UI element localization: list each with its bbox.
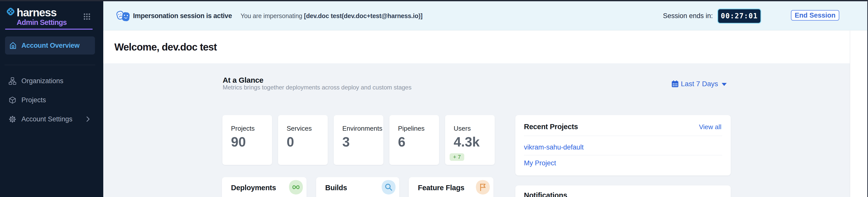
stat-delta-badge: + 7 — [450, 153, 464, 161]
stat-card-projects[interactable]: Projects 90 — [222, 115, 272, 165]
window-top-edge — [0, 0, 868, 1]
stat-value: 3 — [342, 134, 350, 150]
stat-card-environments[interactable]: Environments 3 — [334, 115, 383, 165]
stat-label: Pipelines — [398, 125, 425, 132]
stat-label: Environments — [342, 125, 382, 132]
stat-label: Projects — [231, 125, 255, 132]
view-all-link[interactable]: View all — [699, 123, 721, 131]
page: harness Admin Settings Account Overview — [0, 0, 868, 197]
stat-value: 4.3k — [454, 134, 479, 150]
welcome-band: Welcome, dev.doc test — [103, 31, 850, 63]
module-grid-icon[interactable] — [83, 13, 90, 20]
page-title: Welcome, dev.doc test — [114, 31, 217, 63]
date-range-label: Last 7 Days — [681, 79, 718, 88]
gear-icon — [8, 115, 17, 123]
stat-card-pipelines[interactable]: Pipelines 6 — [390, 115, 439, 165]
sidebar-item-label: Account Overview — [22, 36, 80, 54]
date-range-picker[interactable]: Last 7 Days — [671, 79, 729, 88]
glance-subtitle: Metrics brings together deployments acro… — [223, 84, 411, 91]
stat-card-services[interactable]: Services 0 — [278, 115, 328, 165]
brand-name: harness — [17, 6, 56, 19]
deployments-icon — [287, 178, 305, 197]
banner-impersonated-user: [dev.doc test(dev.doc+test@harness.io)] — [304, 12, 423, 19]
sidebar-subtitle: Admin Settings — [17, 18, 67, 27]
home-icon — [9, 41, 17, 50]
builds-icon — [380, 178, 398, 197]
banner-subtitle-prefix: You are impersonating — [241, 12, 304, 19]
project-link[interactable]: My Project — [524, 159, 556, 167]
session-timer: 00:27:01 — [717, 8, 761, 24]
stat-value: 0 — [287, 134, 294, 150]
organizations-icon — [8, 77, 17, 85]
module-card-feature-flags[interactable]: Feature Flags — [409, 177, 493, 197]
sidebar-item-account-settings[interactable]: Account Settings — [0, 113, 103, 125]
session-ends-label: Session ends in: — [632, 1, 713, 30]
stat-label: Users — [454, 125, 471, 132]
stat-label: Services — [287, 125, 312, 132]
chevron-right-icon — [85, 116, 91, 122]
module-label: Feature Flags — [418, 184, 464, 192]
module-card-deployments[interactable]: Deployments — [222, 177, 307, 197]
calendar-icon — [671, 80, 679, 88]
recent-projects-panel: Recent Projects View all vikram-sahu-def… — [515, 115, 731, 175]
banner-title: Impersonation session is active — [133, 1, 232, 30]
scrollbar-gutter[interactable] — [850, 31, 868, 197]
module-label: Builds — [325, 184, 347, 192]
banner-subtitle: You are impersonating [dev.doc test(dev.… — [241, 1, 423, 30]
sidebar-item-account-overview[interactable]: Account Overview — [5, 36, 95, 54]
sidebar-divider — [4, 65, 95, 65]
notifications-title: Notifications — [524, 191, 567, 197]
stat-value: 6 — [398, 134, 405, 150]
projects-cube-icon — [8, 96, 17, 104]
divider — [524, 155, 722, 155]
notifications-panel: Notifications — [515, 186, 731, 197]
impersonation-banner: Impersonation session is active You are … — [103, 1, 867, 30]
recent-projects-title: Recent Projects — [524, 123, 578, 131]
sidebar-item-projects[interactable]: Projects — [0, 94, 103, 106]
sidebar-accent-divider — [5, 29, 93, 30]
sidebar-item-label: Organizations — [22, 75, 63, 87]
module-card-builds[interactable]: Builds — [316, 177, 399, 197]
sidebar: harness Admin Settings Account Overview — [0, 0, 103, 197]
sidebar-item-label: Account Settings — [22, 113, 72, 125]
glance-title: At a Glance — [223, 76, 264, 84]
sidebar-item-label: Projects — [22, 94, 46, 106]
stat-card-users[interactable]: Users 4.3k + 7 — [445, 115, 495, 165]
harness-logo-icon — [5, 6, 16, 17]
sidebar-item-organizations[interactable]: Organizations — [0, 75, 103, 87]
impersonation-masks-icon — [116, 10, 131, 22]
end-session-button[interactable]: End Session — [791, 10, 839, 21]
project-link[interactable]: vikram-sahu-default — [524, 144, 584, 151]
stat-value: 90 — [231, 134, 246, 150]
module-label: Deployments — [231, 184, 276, 192]
feature-flags-icon — [474, 178, 492, 197]
chevron-down-icon — [722, 83, 727, 86]
